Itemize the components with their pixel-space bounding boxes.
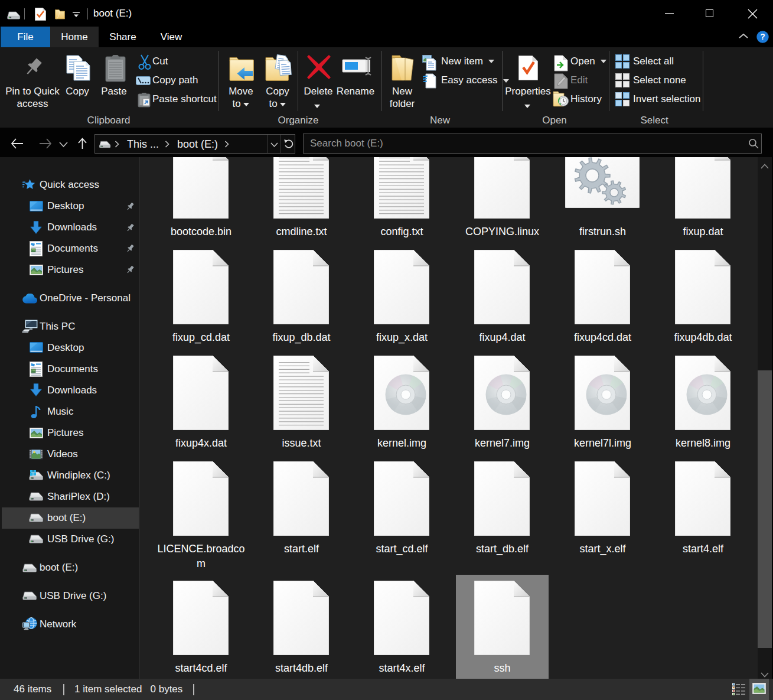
svg-text:?: ? bbox=[760, 32, 765, 41]
